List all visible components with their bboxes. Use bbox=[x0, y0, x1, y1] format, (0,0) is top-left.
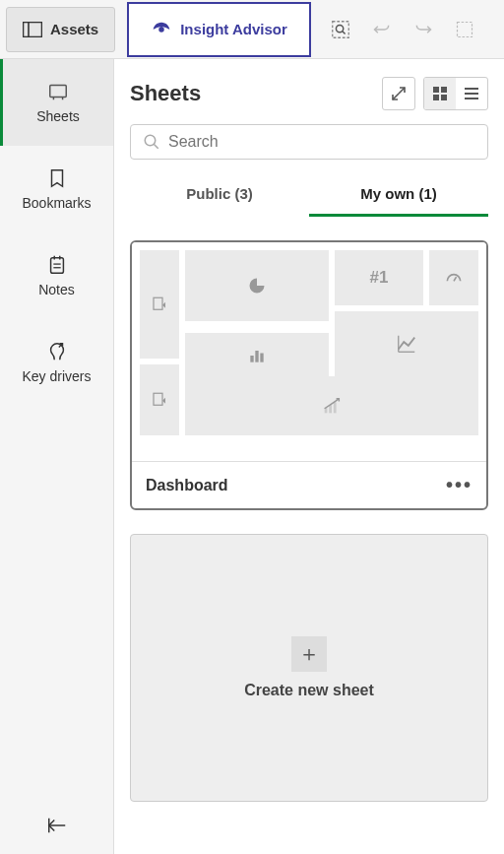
view-toggle-group bbox=[423, 77, 488, 110]
grid-view-button[interactable] bbox=[424, 78, 456, 109]
redo-icon bbox=[413, 20, 433, 39]
gauge-icon bbox=[444, 268, 464, 288]
sheets-header: Sheets bbox=[130, 77, 488, 110]
expand-icon bbox=[391, 86, 407, 101]
search-input[interactable] bbox=[168, 133, 475, 151]
svg-rect-35 bbox=[154, 393, 162, 405]
clear-button[interactable] bbox=[453, 18, 476, 41]
key-drivers-icon bbox=[46, 341, 68, 362]
list-view-button[interactable] bbox=[456, 78, 487, 109]
svg-rect-32 bbox=[260, 354, 263, 362]
clear-icon bbox=[455, 20, 474, 39]
sidebar-item-key-drivers[interactable]: Key drivers bbox=[0, 319, 113, 406]
preview-tile bbox=[429, 250, 478, 305]
sidebar-item-bookmarks[interactable]: Bookmarks bbox=[0, 146, 113, 232]
preview-tile bbox=[185, 250, 329, 321]
create-sheet-label: Create new sheet bbox=[244, 682, 374, 699]
sheets-icon bbox=[47, 81, 69, 102]
sheet-card-dashboard[interactable]: #1 Dashboard ••• bbox=[130, 240, 488, 510]
svg-rect-28 bbox=[154, 297, 162, 309]
sidebar-item-notes[interactable]: Notes bbox=[0, 232, 113, 319]
svg-line-27 bbox=[154, 144, 158, 149]
sidebar-item-sheets[interactable]: Sheets bbox=[0, 59, 113, 146]
svg-rect-6 bbox=[50, 86, 67, 98]
svg-line-17 bbox=[399, 88, 405, 94]
sheet-more-button[interactable]: ••• bbox=[446, 474, 472, 496]
main-area: Sheets Bookmarks Notes Key drivers Sheet… bbox=[0, 59, 504, 854]
sheet-card-footer: Dashboard ••• bbox=[132, 461, 486, 508]
svg-line-29 bbox=[454, 277, 457, 281]
preview-tile-kpi: #1 bbox=[335, 250, 423, 305]
collapse-sidebar-button[interactable] bbox=[46, 817, 68, 838]
assets-icon bbox=[23, 22, 42, 37]
sidebar-label-notes: Notes bbox=[38, 282, 75, 297]
svg-point-26 bbox=[145, 135, 156, 146]
bookmark-icon bbox=[46, 167, 68, 189]
preview-tile bbox=[335, 311, 478, 376]
filter-icon bbox=[151, 296, 168, 313]
svg-rect-21 bbox=[433, 95, 439, 100]
search-wrap[interactable] bbox=[130, 124, 488, 160]
sidebar: Sheets Bookmarks Notes Key drivers bbox=[0, 59, 114, 854]
svg-rect-19 bbox=[433, 87, 439, 93]
svg-rect-38 bbox=[334, 402, 337, 413]
create-sheet-button[interactable]: ＋ Create new sheet bbox=[130, 534, 488, 802]
preview-tile bbox=[185, 376, 478, 435]
svg-rect-2 bbox=[333, 21, 349, 37]
svg-point-3 bbox=[336, 25, 343, 32]
sidebar-label-sheets: Sheets bbox=[36, 108, 80, 124]
line-chart-icon bbox=[396, 333, 417, 355]
view-controls bbox=[382, 77, 488, 110]
trend-chart-icon bbox=[321, 395, 343, 417]
preview-tile bbox=[140, 250, 179, 359]
sheet-title: Dashboard bbox=[146, 477, 228, 494]
sheet-preview: #1 bbox=[132, 242, 486, 461]
svg-rect-22 bbox=[441, 95, 447, 100]
preview-tile bbox=[140, 364, 179, 435]
search-icon bbox=[143, 133, 160, 151]
undo-button[interactable] bbox=[370, 18, 394, 41]
assets-label: Assets bbox=[50, 21, 98, 37]
page-title: Sheets bbox=[130, 81, 201, 106]
assets-button[interactable]: Assets bbox=[6, 7, 115, 52]
notes-icon bbox=[46, 254, 68, 276]
selection-search-button[interactable] bbox=[329, 18, 352, 41]
preview-tile bbox=[185, 333, 329, 378]
plus-icon: ＋ bbox=[291, 636, 327, 672]
undo-icon bbox=[372, 20, 392, 39]
top-bar: Assets Insight Advisor bbox=[0, 0, 504, 59]
grid-icon bbox=[432, 86, 448, 101]
sheet-tabs: Public (3) My own (1) bbox=[130, 173, 488, 217]
svg-rect-37 bbox=[329, 405, 332, 413]
svg-rect-30 bbox=[250, 356, 253, 362]
svg-line-4 bbox=[343, 31, 346, 33]
insight-icon bbox=[151, 19, 172, 40]
filter-icon bbox=[151, 391, 168, 409]
content-panel: Sheets Public (3) My bbox=[114, 59, 504, 854]
svg-rect-31 bbox=[255, 351, 258, 362]
selection-search-icon bbox=[330, 19, 351, 40]
redo-button[interactable] bbox=[411, 18, 435, 41]
svg-rect-9 bbox=[50, 258, 63, 274]
sidebar-label-bookmarks: Bookmarks bbox=[22, 195, 91, 211]
tab-public[interactable]: Public (3) bbox=[130, 173, 309, 217]
svg-rect-5 bbox=[457, 22, 472, 36]
sidebar-label-key-drivers: Key drivers bbox=[22, 368, 91, 384]
svg-line-18 bbox=[393, 94, 399, 99]
list-icon bbox=[464, 86, 479, 101]
expand-button[interactable] bbox=[382, 77, 415, 110]
collapse-icon bbox=[46, 817, 68, 834]
tab-my-own[interactable]: My own (1) bbox=[309, 173, 488, 217]
svg-rect-20 bbox=[441, 87, 447, 93]
bar-chart-icon bbox=[247, 346, 267, 365]
insight-label: Insight Advisor bbox=[180, 21, 287, 37]
insight-advisor-button[interactable]: Insight Advisor bbox=[127, 2, 311, 57]
top-tools bbox=[329, 18, 476, 41]
pie-icon bbox=[247, 276, 267, 296]
svg-rect-0 bbox=[24, 22, 42, 36]
